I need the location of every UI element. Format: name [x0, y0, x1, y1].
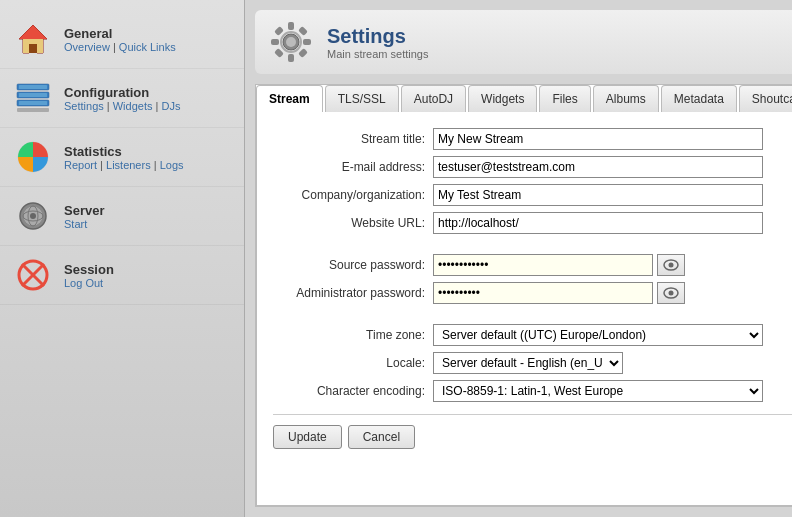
svg-rect-30	[298, 48, 308, 58]
company-row: Company/organization:	[273, 184, 792, 206]
sidebar-item-general[interactable]: General Overview | Quick Links	[0, 10, 244, 69]
settings-title-block: Settings Main stream settings	[327, 25, 428, 60]
sidebar-item-statistics[interactable]: Statistics Report | Listeners | Logs	[0, 128, 244, 187]
config-icon	[12, 77, 54, 119]
sidebar-item-server[interactable]: Server Start	[0, 187, 244, 246]
source-password-row-inner	[433, 254, 685, 276]
button-bar: Update Cancel	[273, 414, 792, 455]
tab-metadata[interactable]: Metadata	[661, 85, 737, 112]
svg-point-22	[286, 37, 296, 47]
sidebar-session-links[interactable]: Log Out	[64, 277, 114, 289]
sidebar-item-session[interactable]: Session Log Out	[0, 246, 244, 305]
settings-title: Settings	[327, 25, 428, 48]
config-widgets-link[interactable]: Widgets	[113, 100, 153, 112]
timezone-label: Time zone:	[273, 328, 433, 342]
sidebar-session-title: Session	[64, 262, 114, 277]
website-label: Website URL:	[273, 216, 433, 230]
locale-row: Locale: Server default - English (en_US)…	[273, 352, 792, 374]
general-overview-link[interactable]: Overview	[64, 41, 110, 53]
stream-title-label: Stream title:	[273, 132, 433, 146]
timezone-row: Time zone: Server default ((UTC) Europe/…	[273, 324, 792, 346]
svg-rect-27	[274, 26, 284, 36]
server-start-link[interactable]: Start	[64, 218, 87, 230]
svg-rect-29	[274, 48, 284, 58]
stream-title-row: Stream title:	[273, 128, 792, 150]
svg-rect-25	[271, 39, 279, 45]
form-text-section: Stream title: E-mail address: Company/or…	[273, 128, 792, 234]
sidebar-general-text: General Overview | Quick Links	[64, 26, 176, 53]
svg-rect-6	[19, 85, 47, 89]
house-icon	[12, 18, 54, 60]
svg-rect-10	[19, 101, 47, 105]
settings-header: Settings Main stream settings	[255, 10, 792, 74]
tab-files[interactable]: Files	[539, 85, 590, 112]
encoding-label: Character encoding:	[273, 384, 433, 398]
sidebar-general-title: General	[64, 26, 176, 41]
stream-title-input[interactable]	[433, 128, 763, 150]
email-input[interactable]	[433, 156, 763, 178]
server-icon	[12, 195, 54, 237]
svg-rect-8	[19, 93, 47, 97]
session-icon	[12, 254, 54, 296]
svg-rect-23	[288, 22, 294, 30]
tab-tls[interactable]: TLS/SSL	[325, 85, 399, 112]
svg-point-17	[30, 213, 36, 219]
tab-autodj[interactable]: AutoDJ	[401, 85, 466, 112]
svg-rect-11	[17, 108, 49, 112]
sidebar-server-title: Server	[64, 203, 104, 218]
tab-albums[interactable]: Albums	[593, 85, 659, 112]
svg-rect-4	[29, 44, 37, 53]
stats-icon	[12, 136, 54, 178]
svg-marker-2	[19, 25, 47, 39]
sidebar-stats-text: Statistics Report | Listeners | Logs	[64, 144, 184, 171]
website-input[interactable]	[433, 212, 763, 234]
sidebar-config-text: Configuration Settings | Widgets | DJs	[64, 85, 180, 112]
encoding-select[interactable]: ISO-8859-1: Latin-1, West Europe UTF-8 I…	[433, 380, 763, 402]
svg-point-35	[669, 291, 674, 296]
svg-point-33	[669, 263, 674, 268]
form-password-section: Source password: Administrator password:	[273, 254, 792, 304]
locale-label: Locale:	[273, 356, 433, 370]
stats-logs-link[interactable]: Logs	[160, 159, 184, 171]
admin-password-label: Administrator password:	[273, 286, 433, 300]
email-row: E-mail address:	[273, 156, 792, 178]
sidebar-stats-links[interactable]: Report | Listeners | Logs	[64, 159, 184, 171]
timezone-select[interactable]: Server default ((UTC) Europe/London) UTC…	[433, 324, 763, 346]
tab-shoutcast[interactable]: Shoutcast	[739, 85, 792, 112]
sidebar-config-title: Configuration	[64, 85, 180, 100]
sidebar: General Overview | Quick Links Configura…	[0, 0, 245, 517]
cancel-button[interactable]: Cancel	[348, 425, 415, 449]
admin-password-row-inner	[433, 282, 685, 304]
general-quicklinks-link[interactable]: Quick Links	[119, 41, 176, 53]
admin-password-input[interactable]	[433, 282, 653, 304]
source-password-row: Source password:	[273, 254, 792, 276]
tabs-bar: Stream TLS/SSL AutoDJ Widgets Files Albu…	[256, 85, 792, 112]
source-password-show-button[interactable]	[657, 254, 685, 276]
sidebar-config-links[interactable]: Settings | Widgets | DJs	[64, 100, 180, 112]
encoding-row: Character encoding: ISO-8859-1: Latin-1,…	[273, 380, 792, 402]
tab-stream[interactable]: Stream	[256, 85, 323, 112]
tab-widgets[interactable]: Widgets	[468, 85, 537, 112]
form-dropdown-section: Time zone: Server default ((UTC) Europe/…	[273, 324, 792, 402]
content-panel: Stream title: E-mail address: Company/or…	[256, 112, 792, 506]
admin-password-row: Administrator password:	[273, 282, 792, 304]
company-label: Company/organization:	[273, 188, 433, 202]
session-logout-link[interactable]: Log Out	[64, 277, 103, 289]
website-row: Website URL:	[273, 212, 792, 234]
sidebar-session-text: Session Log Out	[64, 262, 114, 289]
config-djs-link[interactable]: DJs	[161, 100, 180, 112]
update-button[interactable]: Update	[273, 425, 342, 449]
stats-listeners-link[interactable]: Listeners	[106, 159, 151, 171]
sidebar-server-text: Server Start	[64, 203, 104, 230]
sidebar-item-configuration[interactable]: Configuration Settings | Widgets | DJs	[0, 69, 244, 128]
source-password-input[interactable]	[433, 254, 653, 276]
admin-password-show-button[interactable]	[657, 282, 685, 304]
company-input[interactable]	[433, 184, 763, 206]
stats-report-link[interactable]: Report	[64, 159, 97, 171]
config-settings-link[interactable]: Settings	[64, 100, 104, 112]
sidebar-general-links[interactable]: Overview | Quick Links	[64, 41, 176, 53]
email-label: E-mail address:	[273, 160, 433, 174]
locale-select[interactable]: Server default - English (en_US) English…	[433, 352, 623, 374]
sidebar-server-links[interactable]: Start	[64, 218, 104, 230]
svg-rect-24	[288, 54, 294, 62]
